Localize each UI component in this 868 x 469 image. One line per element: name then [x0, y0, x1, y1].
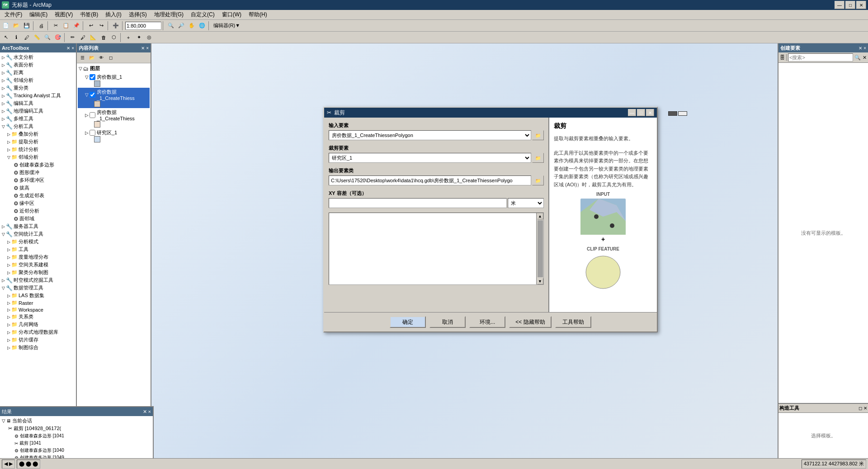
tree-tile-cache[interactable]: ▷ 📁 切片缓存 [1, 336, 75, 344]
session-row[interactable]: ▽ 🖥 当前会话 [1, 417, 152, 425]
expand-surface[interactable]: ▷ [2, 63, 5, 67]
tree-geocode[interactable]: ▷ 🔧 地理编码工具 [1, 107, 75, 115]
tree-overlay[interactable]: ▷ 📁 叠加分析 [1, 130, 75, 138]
menu-insert[interactable]: 插入(I) [102, 10, 125, 19]
tree-workspace[interactable]: ▷ 📁 Workspace [1, 306, 75, 313]
expand-distributed[interactable]: ▷ [7, 330, 10, 335]
expand-spatiotemporal[interactable]: ▷ [2, 278, 5, 283]
tree-reclassify[interactable]: ▷ 🔧 重分类 [1, 84, 75, 92]
new-button[interactable]: 📄 [1, 21, 11, 31]
tree-distance[interactable]: ▷ 🔧 距离 [1, 69, 75, 76]
tree-stats[interactable]: ▷ 📁 统计分析 [1, 146, 75, 153]
tree-las[interactable]: ▷ 📁 LAS 数据集 [1, 292, 75, 299]
menu-customize[interactable]: 自定义(C) [187, 10, 218, 19]
cancel-button[interactable]: 取消 [429, 316, 466, 328]
dialog-minimize[interactable]: — [628, 109, 636, 116]
toc-source-view[interactable]: 📂 [87, 54, 96, 62]
toc-list-view[interactable]: ☰ [78, 54, 87, 62]
measure-button[interactable]: 📏 [32, 33, 42, 43]
expand-analysis-model[interactable]: ▷ [7, 240, 10, 244]
expand-geo-network[interactable]: ▷ [7, 322, 10, 327]
tree-tracking[interactable]: ▷ 🔧 Tracking Analyst 工具 [1, 92, 75, 99]
layer1-expand[interactable]: ▽ [85, 75, 89, 80]
expand-analysis[interactable]: ▽ [2, 124, 5, 129]
tree-edge-zone[interactable]: ⚙ 缘中区 [1, 199, 75, 207]
expand-cartography[interactable]: ▷ [7, 346, 10, 350]
info-button[interactable]: ℹ [11, 33, 21, 43]
tree-spatial-rel[interactable]: ▷ 📁 空间关系建模 [1, 261, 75, 269]
menu-geoprocessing[interactable]: 地理处理(G) [151, 10, 187, 19]
expand-reclassify[interactable]: ▷ [2, 86, 5, 90]
clip-features-browse[interactable]: 📁 [532, 153, 544, 163]
template-search-input[interactable] [788, 53, 853, 62]
scroll-down-btn[interactable]: ▼ [537, 278, 543, 284]
expand-spatial-rel[interactable]: ▷ [7, 263, 10, 267]
save-button[interactable]: 💾 [22, 21, 32, 31]
menu-select[interactable]: 选择(S) [125, 10, 151, 19]
tree-data-mgmt[interactable]: ▽ 🔧 数据管理工具 [1, 284, 75, 292]
xy-unit-select[interactable]: 米 [508, 198, 544, 208]
tree-raster[interactable]: ▷ 📁 Raster [1, 299, 75, 306]
editor-dropdown[interactable]: 编辑器(R)▼ [212, 22, 242, 29]
identify-button[interactable]: 🖊 [22, 33, 32, 43]
cf-search[interactable]: 🔍 [854, 53, 861, 62]
tree-relation[interactable]: ▷ 📁 关系类 [1, 313, 75, 321]
cut-button[interactable]: ✂ [51, 21, 61, 31]
tool9[interactable]: ✦ [134, 33, 144, 43]
expand-extract[interactable]: ▷ [7, 140, 10, 144]
toc-layer-3[interactable]: ▷ 房价数据_1_CreateThiess [78, 108, 150, 128]
tree-tools2[interactable]: ▷ 📁 工具 [1, 246, 75, 253]
redo-button[interactable]: ↪ [96, 21, 106, 31]
tree-multi-buffer[interactable]: ⚙ 多环缓冲区 [1, 176, 75, 184]
layer2-expand[interactable]: ▽ [85, 92, 89, 97]
tool3[interactable]: ✏ [67, 33, 77, 43]
tree-distributed[interactable]: ▷ 📁 分布式地理数据库 [1, 328, 75, 336]
environment-button[interactable]: 环境... [469, 316, 505, 328]
layer3-expand[interactable]: ▷ [85, 113, 89, 118]
expand-relation[interactable]: ▷ [7, 315, 10, 319]
tree-near-table[interactable]: ⚙ 生成近邻表 [1, 192, 75, 199]
input-features-select[interactable]: 房价数据_1_CreateThiessenPolygon [329, 130, 531, 140]
tree-neighbor[interactable]: ▷ 🔧 邻域分析 [1, 76, 75, 84]
expand-server[interactable]: ▷ [2, 224, 5, 229]
tool7[interactable]: ⬡ [109, 33, 119, 43]
clip-features-select[interactable]: 研究区_1 [329, 153, 531, 163]
tree-spatiotemporal[interactable]: ▷ 🔧 时空模式挖掘工具 [1, 276, 75, 284]
tree-multidim[interactable]: ▷ 🔧 多维工具 [1, 115, 75, 123]
expand-tile-cache[interactable]: ▷ [7, 338, 10, 342]
result-item-4[interactable]: ⚙ 创建泰森多边形 [1040 [14, 447, 152, 454]
tree-spatial-stats[interactable]: ▽ 🔧 空间统计工具 [1, 230, 75, 238]
toc-close[interactable]: ✕ × [141, 46, 149, 51]
select-tool[interactable]: ↖ [1, 33, 11, 43]
expand-multidim[interactable]: ▷ [2, 117, 5, 121]
expand-geocode[interactable]: ▷ [2, 109, 5, 114]
expand-geo-dist[interactable]: ▷ [7, 255, 10, 260]
expand-spatial-stats[interactable]: ▽ [2, 232, 5, 237]
group-expand-icon[interactable]: ▽ [79, 66, 82, 71]
results-close[interactable]: ✕ × [143, 409, 151, 415]
arcToolbox-close[interactable]: ✕ × [66, 46, 74, 51]
map-area[interactable]: ✂ 裁剪 — □ ✕ 输入要素 房价数据_1_CreateThiessenPo [151, 43, 778, 458]
expand-workspace[interactable]: ▷ [7, 308, 10, 312]
dialog-maximize[interactable]: □ [637, 109, 645, 116]
expand-proximity[interactable]: ▽ [7, 155, 10, 160]
tool4[interactable]: 🖋 [78, 33, 88, 43]
layer4-checkbox[interactable] [90, 130, 95, 136]
tree-raise[interactable]: ⚙ 拔高 [1, 184, 75, 192]
tree-analysis[interactable]: ▽ 🔧 分析工具 [1, 123, 75, 130]
construct-panel-btn[interactable]: ◻ ✕ [859, 406, 867, 411]
toc-layer-4[interactable]: ▷ 研究区_1 [78, 128, 150, 143]
scale-input[interactable] [125, 22, 161, 30]
expand-tracking[interactable]: ▷ [2, 94, 5, 98]
menu-help[interactable]: 帮助(H) [245, 10, 271, 19]
maximize-button[interactable]: □ [845, 1, 855, 9]
toc-selection-view[interactable]: ◻ [106, 54, 115, 62]
expand-las[interactable]: ▷ [7, 294, 10, 298]
dialog-close[interactable]: ✕ [646, 109, 654, 116]
tree-near-analysis[interactable]: ⚙ 近邻分析 [1, 207, 75, 215]
tool8[interactable]: + [123, 33, 133, 43]
undo-button[interactable]: ↩ [86, 21, 96, 31]
full-extent-button[interactable]: 🌐 [197, 21, 207, 31]
find-button[interactable]: 🔍 [42, 33, 52, 43]
xy-input[interactable] [329, 198, 507, 208]
